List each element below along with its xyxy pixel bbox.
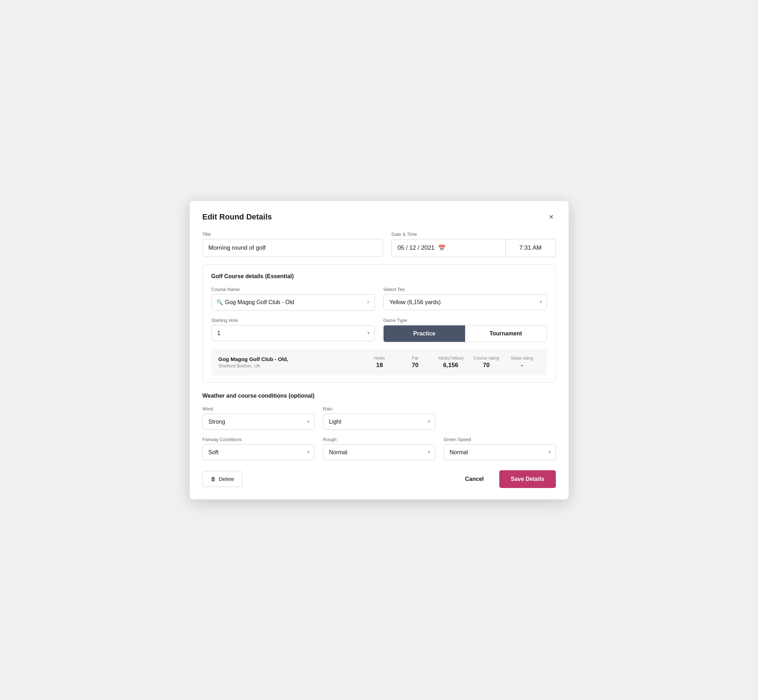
weather-section-title: Weather and course conditions (optional) [202, 393, 556, 399]
course-name-group: Course Name 🔍 × [211, 287, 375, 311]
rain-label: Rain [323, 406, 435, 411]
starting-hole-label: Starting Hole [211, 318, 375, 323]
green-speed-group: Green Speed Slow Normal Fast Very Fast ▾ [444, 437, 556, 460]
calendar-icon: 📅 [438, 244, 446, 252]
rough-wrap: Short Normal Long ▾ [323, 444, 435, 460]
green-speed-dropdown[interactable]: Slow Normal Fast Very Fast [444, 444, 556, 460]
clear-icon[interactable]: × [366, 299, 370, 306]
course-name-input[interactable] [211, 294, 375, 311]
course-location: Shelford Bottom, UK [219, 363, 362, 369]
title-label: Title [202, 231, 383, 237]
starting-hole-wrap: 1 ▾ [211, 325, 375, 341]
select-tee-wrap: Yellow (6,156 yards) ▾ [383, 294, 547, 310]
time-value: 7:31 AM [519, 244, 541, 252]
close-button[interactable]: × [547, 212, 556, 222]
holes-value: 18 [376, 362, 383, 369]
green-speed-wrap: Slow Normal Fast Very Fast ▾ [444, 444, 556, 460]
course-info-name: Gog Magog Golf Club - Old, Shelford Bott… [219, 356, 362, 369]
wind-label: Wind [202, 406, 315, 411]
wind-dropdown[interactable]: Calm Light Moderate Strong Very Strong [202, 414, 315, 430]
fairway-rough-green-row: Fairway Conditions Firm Normal Soft Very… [202, 437, 556, 460]
par-value: 70 [412, 362, 418, 369]
date-field[interactable]: 05 / 12 / 2021 📅 [392, 239, 505, 257]
par-stat: Par 70 [398, 356, 433, 369]
footer-row: 🗑 Delete Cancel Save Details [202, 470, 556, 488]
rough-dropdown[interactable]: Short Normal Long [323, 444, 435, 460]
course-info-row: Gog Magog Golf Club - Old, Shelford Bott… [211, 349, 547, 375]
footer-right: Cancel Save Details [459, 470, 556, 488]
yards-stat: Yards(Yellow) 6,156 [433, 356, 469, 369]
starting-hole-dropdown[interactable]: 1 [211, 325, 375, 341]
datetime-group: Date & Time 05 / 12 / 2021 📅 7:31 AM [392, 231, 556, 257]
date-time-field: 05 / 12 / 2021 📅 7:31 AM [392, 239, 556, 257]
fairway-wrap: Firm Normal Soft Very Soft ▾ [202, 444, 315, 460]
course-rating-stat: Course rating 70 [469, 356, 504, 369]
course-name-label: Course Name [211, 287, 375, 292]
modal-title: Edit Round Details [202, 212, 272, 222]
game-type-group: Game Type Practice Tournament [383, 318, 547, 342]
yards-value: 6,156 [443, 362, 458, 369]
course-rating-value: 70 [483, 362, 490, 369]
select-tee-group: Select Tee Yellow (6,156 yards) ▾ [383, 287, 547, 311]
slope-rating-value: - [521, 362, 523, 369]
fairway-label: Fairway Conditions [202, 437, 315, 442]
cancel-button[interactable]: Cancel [459, 472, 489, 486]
starting-hole-group: Starting Hole 1 ▾ [211, 318, 375, 342]
par-label: Par [412, 356, 418, 361]
fairway-dropdown[interactable]: Firm Normal Soft Very Soft [202, 444, 315, 460]
yards-label: Yards(Yellow) [438, 356, 464, 361]
slope-rating-label: Slope rating [510, 356, 533, 361]
datetime-label: Date & Time [392, 231, 556, 237]
course-tee-row: Course Name 🔍 × Select Tee Yellow (6,156… [211, 287, 547, 311]
game-type-label: Game Type [383, 318, 547, 323]
rough-group: Rough Short Normal Long ▾ [323, 437, 435, 460]
search-icon: 🔍 [216, 299, 223, 306]
date-value: 05 / 12 / 2021 [398, 244, 434, 252]
time-field[interactable]: 7:31 AM [506, 239, 556, 257]
green-speed-label: Green Speed [444, 437, 556, 442]
rain-dropdown[interactable]: None Light Moderate Heavy [323, 414, 435, 430]
delete-button[interactable]: 🗑 Delete [202, 471, 242, 487]
course-name-input-wrap: 🔍 × [211, 294, 375, 311]
trash-icon: 🗑 [211, 476, 216, 482]
course-rating-label: Course rating [473, 356, 499, 361]
slope-rating-stat: Slope rating - [504, 356, 540, 369]
save-button[interactable]: Save Details [499, 470, 556, 488]
edit-round-modal: Edit Round Details × Title Date & Time 0… [190, 201, 568, 499]
wind-wrap: Calm Light Moderate Strong Very Strong ▾ [202, 414, 315, 430]
tournament-button[interactable]: Tournament [465, 325, 547, 342]
wind-rain-row: Wind Calm Light Moderate Strong Very Str… [202, 406, 556, 430]
title-datetime-row: Title Date & Time 05 / 12 / 2021 📅 7:31 … [202, 231, 556, 257]
holes-stat: Holes 18 [362, 356, 398, 369]
practice-button[interactable]: Practice [384, 325, 465, 342]
hole-gametype-row: Starting Hole 1 ▾ Game Type Practice Tou… [211, 318, 547, 342]
title-group: Title [202, 231, 383, 257]
course-full-name: Gog Magog Golf Club - Old, [219, 356, 362, 362]
golf-course-title: Golf Course details (Essential) [211, 273, 547, 280]
rain-group: Rain None Light Moderate Heavy ▾ [323, 406, 435, 430]
delete-label: Delete [219, 476, 234, 482]
game-type-toggle: Practice Tournament [383, 325, 547, 342]
rough-label: Rough [323, 437, 435, 442]
wind-group: Wind Calm Light Moderate Strong Very Str… [202, 406, 315, 430]
modal-header: Edit Round Details × [202, 212, 556, 222]
select-tee-label: Select Tee [383, 287, 547, 292]
title-input[interactable] [202, 239, 383, 257]
select-tee-dropdown[interactable]: Yellow (6,156 yards) [383, 294, 547, 310]
fairway-group: Fairway Conditions Firm Normal Soft Very… [202, 437, 315, 460]
golf-course-section: Golf Course details (Essential) Course N… [202, 264, 556, 383]
rain-wrap: None Light Moderate Heavy ▾ [323, 414, 435, 430]
holes-label: Holes [374, 356, 385, 361]
weather-section: Weather and course conditions (optional)… [202, 393, 556, 460]
